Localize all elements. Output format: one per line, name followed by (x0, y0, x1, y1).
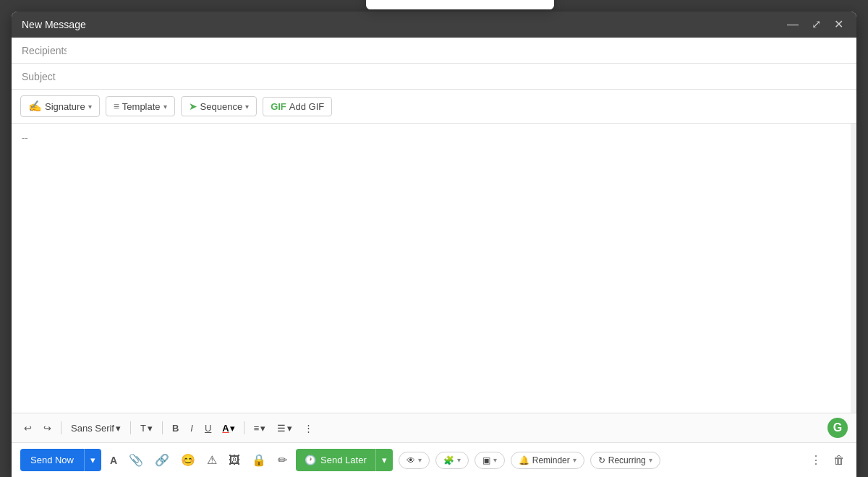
pen-button[interactable]: ✏ (275, 450, 290, 470)
emoji-button[interactable]: 😊 (178, 450, 198, 470)
add-gif-button[interactable]: GIF Add GIF (263, 97, 332, 116)
sequence-button[interactable]: ➤ Sequence ▾ (181, 96, 258, 116)
square-pill[interactable]: ▣ ▾ (475, 452, 505, 469)
bold-button[interactable]: B (169, 421, 182, 436)
template-label: Template (122, 101, 161, 112)
modal-header: New Message — ⤢ ✕ (12, 12, 856, 38)
recurring-label: Recurring (608, 455, 646, 465)
send-later-arrow-icon: ▾ (375, 449, 393, 471)
underline-button[interactable]: U (201, 421, 215, 436)
signature-text: -- (22, 132, 846, 143)
square-icon: ▣ (482, 455, 490, 465)
recurring-icon: ↻ (598, 455, 605, 465)
template-icon: ≡ (114, 100, 119, 112)
recurring-arrow-icon: ▾ (649, 456, 652, 464)
clock-icon: 🕐 (305, 455, 316, 465)
image-button[interactable]: 🖼 (226, 451, 243, 470)
list-button[interactable]: ☰ ▾ (273, 421, 296, 436)
send-later-button[interactable]: 🕐 Send Later ▾ (296, 449, 393, 471)
subject-input[interactable] (65, 71, 846, 82)
more-format-button[interactable]: ⋮ (300, 421, 317, 436)
puzzle-icon: 🧩 (443, 455, 454, 465)
puzzle-pill-arrow-icon: ▾ (457, 456, 461, 464)
scrollbar[interactable] (851, 124, 856, 413)
lock-button[interactable]: 🔒 (249, 450, 269, 470)
square-pill-arrow-icon: ▾ (493, 456, 497, 464)
text-format-button[interactable]: A (107, 452, 120, 469)
dropdown-item-label-to-be-reminded[interactable]: ✓ Label as To Be Remin... (366, 0, 554, 4)
recipients-input[interactable] (67, 45, 846, 56)
compose-toolbar: ✍ Signature ▾ ≡ Template ▾ ➤ Sequence ▾ … (12, 90, 856, 124)
modal-title: New Message (22, 19, 86, 30)
font-size-arrow-icon: ▾ (148, 423, 153, 434)
list-arrow-icon: ▾ (287, 423, 292, 434)
user-avatar: G (827, 418, 848, 438)
send-now-button[interactable]: Send Now ▾ (20, 449, 101, 471)
list-icon: ☰ (277, 423, 286, 434)
sequence-label: Sequence (200, 101, 243, 112)
align-button[interactable]: ≡ ▾ (250, 421, 270, 436)
action-bar: Send Now ▾ A 📎 🔗 😊 ⚠ 🖼 🔒 ✏ 🕐 Send Later … (12, 442, 856, 477)
subject-label: Subject (22, 71, 65, 82)
send-now-label: Send Now (20, 449, 84, 471)
eye-pill[interactable]: 👁 ▾ (399, 452, 430, 469)
send-later-label: 🕐 Send Later (296, 449, 375, 471)
font-family-selector[interactable]: Sans Serif ▾ (67, 421, 124, 436)
undo-button[interactable]: ↩ (20, 421, 35, 436)
attach-file-button[interactable]: 📎 (126, 450, 146, 470)
reminder-label: Reminder (532, 455, 570, 465)
eye-pill-arrow-icon: ▾ (418, 456, 422, 464)
align-arrow-icon: ▾ (260, 423, 265, 434)
signature-button[interactable]: ✍ Signature ▾ (20, 95, 100, 117)
add-gif-label: Add GIF (289, 101, 324, 112)
sequence-icon: ➤ (189, 100, 197, 112)
separator-2 (130, 421, 131, 434)
dropdown-menu: Only if nobody responds ✓ Return to inbo… (366, 0, 554, 9)
redo-button[interactable]: ↪ (40, 421, 55, 436)
eye-icon: 👁 (407, 455, 415, 465)
recurring-pill[interactable]: ↻ Recurring ▾ (590, 452, 660, 469)
reminder-bell-icon: 🔔 (519, 455, 529, 465)
font-family-arrow-icon: ▾ (116, 423, 121, 434)
separator-4 (244, 421, 244, 434)
signature-arrow-icon: ▾ (88, 103, 92, 111)
format-toolbar: ↩ ↪ Sans Serif ▾ T ▾ B I U A ▾ ≡ ▾ ☰ ▾ ⋮… (12, 413, 856, 442)
warning-button[interactable]: ⚠ (204, 450, 220, 470)
send-now-arrow-icon: ▾ (84, 449, 101, 471)
delete-draft-button[interactable]: 🗑 (830, 451, 848, 470)
text-color-arrow-icon: ▾ (230, 423, 235, 434)
text-color-icon: A (222, 423, 229, 434)
compose-body[interactable]: -- (12, 124, 856, 413)
maximize-button[interactable]: ⤢ (809, 17, 824, 32)
subject-row: Subject (12, 64, 856, 90)
close-button[interactable]: ✕ (831, 17, 846, 32)
signature-icon: ✍ (28, 100, 42, 113)
more-options-button[interactable]: ⋮ (807, 450, 825, 470)
sequence-arrow-icon: ▾ (245, 103, 249, 111)
puzzle-pill[interactable]: 🧩 ▾ (435, 452, 469, 469)
recipients-label: Recipients (22, 45, 67, 56)
reminder-arrow-icon: ▾ (573, 456, 576, 464)
italic-button[interactable]: I (187, 421, 197, 436)
align-icon: ≡ (254, 423, 260, 434)
font-family-label: Sans Serif (71, 423, 114, 434)
signature-label: Signature (45, 101, 85, 112)
gif-icon: GIF (271, 101, 286, 112)
link-button[interactable]: 🔗 (152, 450, 172, 470)
template-arrow-icon: ▾ (163, 103, 167, 111)
font-size-icon: T (140, 423, 146, 434)
separator-3 (162, 421, 163, 434)
minimize-button[interactable]: — (784, 17, 801, 32)
separator-1 (61, 421, 61, 434)
reminder-pill[interactable]: 🔔 Reminder ▾ (511, 452, 584, 469)
text-color-button[interactable]: A ▾ (219, 421, 237, 436)
template-button[interactable]: ≡ Template ▾ (106, 96, 175, 116)
recipients-row: Recipients (12, 38, 856, 64)
compose-modal: New Message — ⤢ ✕ Recipients Subject ✍ S… (12, 12, 856, 477)
font-size-button[interactable]: T ▾ (137, 421, 156, 436)
modal-controls: — ⤢ ✕ (784, 17, 846, 32)
